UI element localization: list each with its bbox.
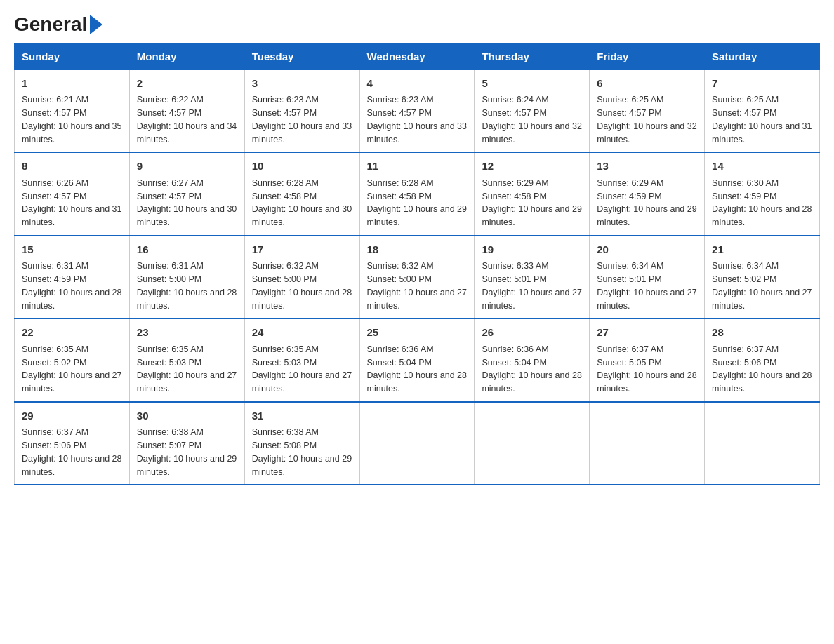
day-number: 12 xyxy=(482,159,582,175)
sunrise-label: Sunrise: 6:31 AM xyxy=(137,261,204,271)
sunrise-label: Sunrise: 6:29 AM xyxy=(482,178,548,188)
sunset-label: Sunset: 5:01 PM xyxy=(597,274,661,284)
sunrise-label: Sunrise: 6:37 AM xyxy=(22,427,88,437)
calendar-day-cell: 20 Sunrise: 6:34 AM Sunset: 5:01 PM Dayl… xyxy=(590,236,705,319)
sunset-label: Sunset: 4:57 PM xyxy=(597,108,661,118)
daylight-label: Daylight: 10 hours and 28 minutes. xyxy=(137,288,237,311)
daylight-label: Daylight: 10 hours and 29 minutes. xyxy=(252,454,352,477)
calendar-day-cell: 31 Sunrise: 6:38 AM Sunset: 5:08 PM Dayl… xyxy=(244,402,359,485)
weekday-header-friday: Friday xyxy=(590,43,705,69)
sunset-label: Sunset: 5:01 PM xyxy=(482,274,546,284)
weekday-header-saturday: Saturday xyxy=(705,43,820,69)
sunrise-label: Sunrise: 6:33 AM xyxy=(482,261,548,271)
calendar-table: SundayMondayTuesdayWednesdayThursdayFrid… xyxy=(14,43,820,486)
calendar-day-cell: 6 Sunrise: 6:25 AM Sunset: 4:57 PM Dayli… xyxy=(590,69,705,152)
daylight-label: Daylight: 10 hours and 27 minutes. xyxy=(22,370,121,394)
sunset-label: Sunset: 4:59 PM xyxy=(22,274,86,284)
calendar-week-3: 15 Sunrise: 6:31 AM Sunset: 4:59 PM Dayl… xyxy=(15,236,820,319)
daylight-label: Daylight: 10 hours and 28 minutes. xyxy=(252,288,352,311)
calendar-day-cell: 1 Sunrise: 6:21 AM Sunset: 4:57 PM Dayli… xyxy=(15,69,130,152)
daylight-label: Daylight: 10 hours and 30 minutes. xyxy=(252,204,352,227)
logo-line1: General xyxy=(14,14,102,36)
calendar-day-cell: 5 Sunrise: 6:24 AM Sunset: 4:57 PM Dayli… xyxy=(475,69,590,152)
sunrise-label: Sunrise: 6:32 AM xyxy=(367,261,434,271)
day-number: 11 xyxy=(367,159,468,175)
calendar-week-4: 22 Sunrise: 6:35 AM Sunset: 5:02 PM Dayl… xyxy=(15,318,820,402)
sunrise-label: Sunrise: 6:38 AM xyxy=(137,427,204,437)
daylight-label: Daylight: 10 hours and 33 minutes. xyxy=(367,121,467,145)
daylight-label: Daylight: 10 hours and 31 minutes. xyxy=(22,204,121,227)
daylight-label: Daylight: 10 hours and 29 minutes. xyxy=(482,204,581,227)
day-number: 23 xyxy=(137,325,237,341)
weekday-header-thursday: Thursday xyxy=(475,43,590,69)
sunrise-label: Sunrise: 6:38 AM xyxy=(252,427,319,437)
sunset-label: Sunset: 4:57 PM xyxy=(22,108,86,118)
sunrise-label: Sunrise: 6:23 AM xyxy=(252,95,319,105)
sunrise-label: Sunrise: 6:26 AM xyxy=(22,178,88,188)
day-number: 28 xyxy=(712,325,812,341)
sunset-label: Sunset: 5:08 PM xyxy=(252,441,317,450)
daylight-label: Daylight: 10 hours and 34 minutes. xyxy=(137,121,237,145)
day-number: 31 xyxy=(252,408,352,424)
calendar-day-cell: 17 Sunrise: 6:32 AM Sunset: 5:00 PM Dayl… xyxy=(244,236,359,319)
sunset-label: Sunset: 5:00 PM xyxy=(367,274,432,284)
sunrise-label: Sunrise: 6:36 AM xyxy=(482,344,548,354)
calendar-day-cell xyxy=(705,402,820,485)
sunset-label: Sunset: 5:05 PM xyxy=(597,358,661,368)
day-number: 24 xyxy=(252,325,352,341)
daylight-label: Daylight: 10 hours and 27 minutes. xyxy=(482,288,581,311)
sunset-label: Sunset: 5:06 PM xyxy=(22,441,86,450)
calendar-day-cell: 3 Sunrise: 6:23 AM Sunset: 4:57 PM Dayli… xyxy=(244,69,359,152)
sunrise-label: Sunrise: 6:34 AM xyxy=(712,261,779,271)
sunrise-label: Sunrise: 6:25 AM xyxy=(597,95,663,105)
sunset-label: Sunset: 4:58 PM xyxy=(367,192,432,201)
sunrise-label: Sunrise: 6:24 AM xyxy=(482,95,548,105)
day-number: 2 xyxy=(137,76,237,92)
calendar-week-2: 8 Sunrise: 6:26 AM Sunset: 4:57 PM Dayli… xyxy=(15,152,820,236)
daylight-label: Daylight: 10 hours and 29 minutes. xyxy=(367,204,467,227)
daylight-label: Daylight: 10 hours and 35 minutes. xyxy=(22,121,121,145)
day-number: 6 xyxy=(597,76,697,92)
sunrise-label: Sunrise: 6:32 AM xyxy=(252,261,319,271)
daylight-label: Daylight: 10 hours and 30 minutes. xyxy=(137,204,237,227)
sunset-label: Sunset: 5:04 PM xyxy=(367,358,432,368)
sunrise-label: Sunrise: 6:34 AM xyxy=(597,261,663,271)
sunrise-label: Sunrise: 6:21 AM xyxy=(22,95,88,105)
sunset-label: Sunset: 5:07 PM xyxy=(137,441,201,450)
sunset-label: Sunset: 4:57 PM xyxy=(367,108,432,118)
daylight-label: Daylight: 10 hours and 33 minutes. xyxy=(252,121,352,145)
logo-arrow-icon xyxy=(90,15,102,34)
sunset-label: Sunset: 4:57 PM xyxy=(22,192,86,201)
sunset-label: Sunset: 4:59 PM xyxy=(712,192,776,201)
calendar-week-1: 1 Sunrise: 6:21 AM Sunset: 4:57 PM Dayli… xyxy=(15,69,820,152)
day-number: 30 xyxy=(137,408,237,424)
sunset-label: Sunset: 5:03 PM xyxy=(252,358,317,368)
sunrise-label: Sunrise: 6:37 AM xyxy=(597,344,663,354)
day-number: 17 xyxy=(252,242,352,258)
sunset-label: Sunset: 5:03 PM xyxy=(137,358,201,368)
daylight-label: Daylight: 10 hours and 28 minutes. xyxy=(482,370,581,394)
calendar-day-cell: 29 Sunrise: 6:37 AM Sunset: 5:06 PM Dayl… xyxy=(15,402,130,485)
day-number: 13 xyxy=(597,159,697,175)
sunrise-label: Sunrise: 6:30 AM xyxy=(712,178,779,188)
sunset-label: Sunset: 4:57 PM xyxy=(712,108,776,118)
day-number: 1 xyxy=(22,76,122,92)
day-number: 4 xyxy=(367,76,468,92)
day-number: 8 xyxy=(22,159,122,175)
sunrise-label: Sunrise: 6:31 AM xyxy=(22,261,88,271)
day-number: 3 xyxy=(252,76,352,92)
logo-general-text: General xyxy=(14,14,87,36)
calendar-day-cell: 9 Sunrise: 6:27 AM Sunset: 4:57 PM Dayli… xyxy=(129,152,244,236)
logo: General xyxy=(14,14,102,36)
day-number: 27 xyxy=(597,325,697,341)
calendar-day-cell: 14 Sunrise: 6:30 AM Sunset: 4:59 PM Dayl… xyxy=(705,152,820,236)
sunset-label: Sunset: 5:06 PM xyxy=(712,358,776,368)
weekday-header-row: SundayMondayTuesdayWednesdayThursdayFrid… xyxy=(15,43,820,69)
daylight-label: Daylight: 10 hours and 29 minutes. xyxy=(597,204,696,227)
page-header: General xyxy=(14,14,820,36)
calendar-day-cell: 24 Sunrise: 6:35 AM Sunset: 5:03 PM Dayl… xyxy=(244,318,359,402)
calendar-day-cell: 27 Sunrise: 6:37 AM Sunset: 5:05 PM Dayl… xyxy=(590,318,705,402)
sunrise-label: Sunrise: 6:27 AM xyxy=(137,178,204,188)
daylight-label: Daylight: 10 hours and 27 minutes. xyxy=(367,288,467,311)
calendar-day-cell: 25 Sunrise: 6:36 AM Sunset: 5:04 PM Dayl… xyxy=(359,318,475,402)
